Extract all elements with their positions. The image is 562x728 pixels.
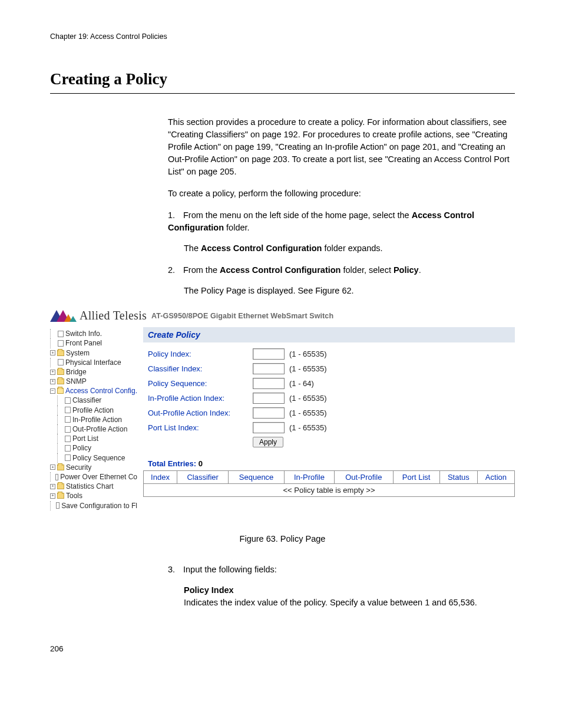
step-2-num: 2. [168,264,183,276]
label-out-profile-index: Out-Profile Action Index: [148,409,253,417]
tree-out-profile-action[interactable]: Out-Profile Action [72,424,127,434]
step-2-text: From the Access Control Configuration fo… [183,265,421,275]
nav-tree: Switch Info. Front Panel +System Physica… [50,327,137,510]
tree-tools[interactable]: Tools [66,491,82,500]
step-1-num: 1. [168,209,183,222]
total-entries: Total Entries: 0 [148,459,515,468]
folder-icon [57,350,64,356]
input-classifier-index[interactable] [253,363,285,374]
page-icon [58,340,64,347]
collapse-icon[interactable]: − [50,388,55,394]
create-policy-panel: Create Policy Policy Index: (1 - 65535) … [143,327,515,497]
col-classifier: Classifier [177,471,229,484]
col-status: Status [439,471,477,484]
tree-policy-sequence[interactable]: Policy Sequence [72,453,125,463]
step-3: 3.Input the following fields: Policy Ind… [168,564,515,609]
tree-front-panel[interactable]: Front Panel [65,338,102,348]
field-definition-policy-index: Policy Index Indicates the index value o… [184,584,515,609]
tree-snmp[interactable]: SNMP [66,377,87,386]
procedure-lead: To create a policy, perform the followin… [168,187,515,200]
field-name: Policy Index [184,584,515,597]
figure-policy-page: Allied Telesis AT-GS950/8POE Gigabit Eth… [50,309,515,543]
page-icon [65,436,71,442]
range-policy-index: (1 - 65535) [289,350,327,358]
page-icon [65,445,71,452]
allied-telesis-logo-icon [50,310,75,322]
step-1-result: The Access Control Configuration folder … [184,242,515,255]
tree-security[interactable]: Security [66,463,91,472]
field-description: Indicates the index value of the policy.… [184,598,477,607]
col-in-profile: In-Profile [284,471,334,484]
figure-caption: Figure 63. Policy Page [50,534,515,543]
label-policy-index: Policy Index: [148,350,253,358]
folder-open-icon [57,388,64,394]
page-icon [65,407,71,413]
table-empty-row: << Policy table is empty >> [144,484,515,497]
col-out-profile: Out-Profile [335,471,393,484]
brand-name: Allied Telesis [80,309,147,322]
step-1-text: From the menu on the left side of the ho… [168,210,474,232]
range-out-profile-index: (1 - 65535) [289,409,327,417]
tree-profile-action[interactable]: Profile Action [72,406,114,415]
page-icon [65,454,71,461]
page-icon [58,359,64,365]
input-in-profile-index[interactable] [253,393,285,404]
expand-icon[interactable]: + [50,370,55,375]
page-icon [56,502,60,509]
tree-poe[interactable]: Power Over Ethernet Co [60,472,137,482]
tree-in-profile-action[interactable]: In-Profile Action [72,415,122,424]
running-header: Chapter 19: Access Control Policies [50,32,515,41]
product-label: AT-GS950/8POE Gigabit Ethernet WebSmart … [151,312,333,320]
page-number: 206 [50,644,515,653]
col-action: Action [477,471,514,484]
col-sequence: Sequence [229,471,284,484]
label-policy-sequence: Policy Sequence: [148,379,253,388]
step-3-text: Input the following fields: [183,565,277,574]
input-policy-index[interactable] [253,348,285,360]
folder-icon [57,378,64,384]
col-port-list: Port List [393,471,439,484]
label-classifier-index: Classifier Index: [148,364,253,373]
tree-bridge[interactable]: Bridge [66,367,87,377]
step-2-result: The Policy Page is displayed. See Figure… [184,285,515,297]
tree-statistics-chart[interactable]: Statistics Chart [66,482,114,491]
tree-save-config[interactable]: Save Configuration to Fl [61,501,137,510]
page-icon [58,331,64,337]
tree-port-list[interactable]: Port List [72,434,98,443]
tree-policy[interactable]: Policy [72,443,91,453]
folder-icon [57,483,64,489]
step-1: 1.From the menu on the left side of the … [168,209,515,255]
input-port-list-index[interactable] [253,422,285,433]
tree-switch-info[interactable]: Switch Info. [65,329,102,338]
label-in-profile-index: In-Profile Action Index: [148,394,253,403]
folder-icon [57,493,64,499]
policy-table: Index Classifier Sequence In-Profile Out… [143,470,515,497]
range-classifier-index: (1 - 65535) [289,364,327,373]
expand-icon[interactable]: + [50,493,55,499]
expand-icon[interactable]: + [50,465,55,470]
label-port-list-index: Port List Index: [148,423,253,432]
expand-icon[interactable]: + [50,350,55,355]
expand-icon[interactable]: + [50,484,55,489]
tree-physical-interface[interactable]: Physical Interface [65,358,121,367]
range-policy-sequence: (1 - 64) [289,379,314,388]
tree-access-control-config[interactable]: Access Control Config. [65,386,137,396]
input-policy-sequence[interactable] [253,378,285,389]
page-icon [55,474,59,480]
step-2: 2.From the Access Control Configuration … [168,264,515,297]
product-header: Allied Telesis AT-GS950/8POE Gigabit Eth… [50,309,515,322]
folder-icon [57,369,64,375]
apply-button[interactable]: Apply [253,437,283,447]
intro-paragraph: This section provides a procedure to cre… [168,116,515,178]
input-out-profile-index[interactable] [253,407,285,419]
expand-icon[interactable]: + [50,379,55,384]
page-icon [65,397,71,404]
title-rule [50,93,515,94]
tree-classifier[interactable]: Classifier [72,396,101,405]
range-port-list-index: (1 - 65535) [289,423,327,432]
page-title: Creating a Policy [50,70,515,90]
page-icon [65,426,71,433]
tree-system[interactable]: System [66,348,90,358]
panel-title: Create Policy [148,330,200,340]
step-3-num: 3. [168,564,183,576]
